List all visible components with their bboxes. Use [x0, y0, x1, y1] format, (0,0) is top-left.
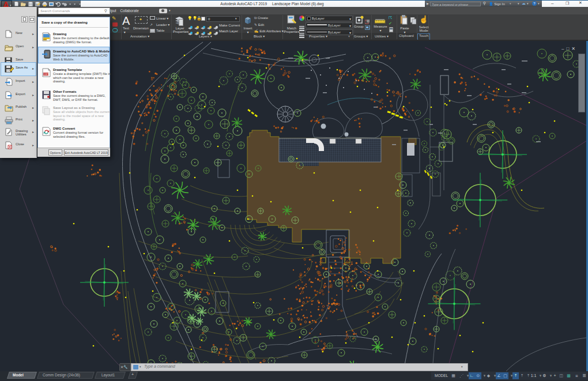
svg-text:DWT: DWT: [44, 73, 50, 76]
